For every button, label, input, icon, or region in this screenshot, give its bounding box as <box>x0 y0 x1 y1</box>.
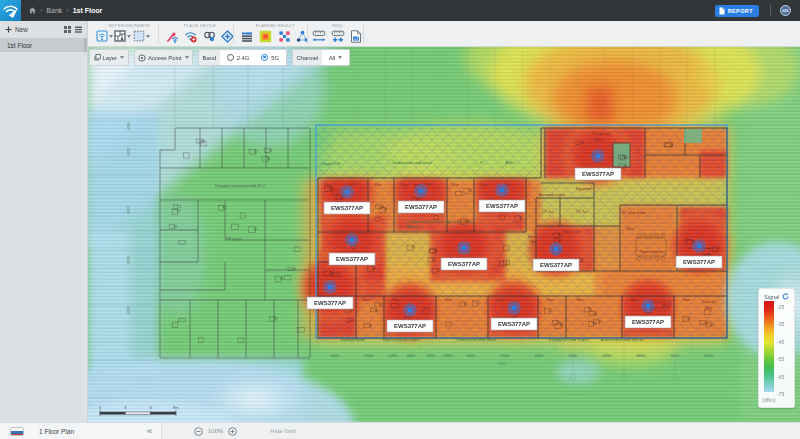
measure-icon[interactable] <box>310 30 329 43</box>
toolbar-separator <box>158 24 159 44</box>
band-label: Band <box>203 55 217 61</box>
svg-text:6000: 6000 <box>127 148 131 156</box>
svg-text:16м²: 16м² <box>362 298 371 302</box>
report-doc-icon <box>719 7 725 15</box>
result-list-icon[interactable] <box>238 31 257 43</box>
svg-text:Резервная: Резервная <box>592 132 611 136</box>
environment-icon[interactable] <box>95 30 114 42</box>
ap-group-icon[interactable] <box>200 30 219 43</box>
legend-tick: -45 <box>777 339 784 345</box>
channel-result-icon[interactable] <box>275 30 294 43</box>
svg-text:HR отдел: HR отдел <box>226 237 242 241</box>
auto-place-wand-icon[interactable] <box>163 30 182 43</box>
svg-text:Коммерческий блок: Коммерческий блок <box>392 160 431 165</box>
svg-text:280м2: 280м2 <box>406 224 419 229</box>
zoom-in-button[interactable] <box>228 427 237 436</box>
svg-text:Юридический отдел: Юридический отдел <box>549 337 590 342</box>
floorplan-icon[interactable] <box>114 30 133 42</box>
svg-text:2400: 2400 <box>389 353 399 358</box>
svg-text:16м²: 16м² <box>444 298 453 302</box>
svg-text:9m: 9m <box>173 405 179 410</box>
svg-text:6000: 6000 <box>535 353 545 358</box>
channel-select[interactable]: All <box>322 50 349 65</box>
svg-text:72000: 72000 <box>497 362 507 366</box>
report-button[interactable]: REPORT <box>715 5 759 17</box>
report-label: REPORT <box>728 8 753 14</box>
band-option-label: 2.4G <box>237 55 250 61</box>
list-view-icon[interactable] <box>75 26 82 33</box>
collapse-panel-button[interactable]: « <box>147 427 152 436</box>
svg-text:6000: 6000 <box>705 353 715 358</box>
map-filter-bar: Layer Access Point Band 2.4G5G Channel <box>89 49 350 66</box>
layer-group: Layer <box>89 49 129 66</box>
svg-text:18м²: 18м² <box>392 298 401 302</box>
layer-dropdown[interactable]: Layer <box>90 50 128 65</box>
language-flag-icon[interactable] <box>10 427 24 436</box>
legend-unit: (dBm) <box>762 397 776 403</box>
top-bar: › Bank › 1st Floor REPORT UU <box>0 0 800 21</box>
home-icon[interactable] <box>29 7 36 14</box>
svg-text:Отдел СБ: Отдел СБ <box>321 161 341 166</box>
zoom-controls: 100% <box>194 427 237 436</box>
channel-value: All <box>329 55 335 61</box>
sidebar-scrollbar[interactable] <box>84 38 87 52</box>
svg-text:4000: 4000 <box>127 122 131 130</box>
app-logo[interactable] <box>0 0 21 21</box>
heatmap-svg: Отдел СБКоммерческий блокITАХООткрытое р… <box>88 47 800 422</box>
calibrate-icon[interactable] <box>329 30 348 43</box>
toolbar-separator <box>307 24 308 44</box>
move-device-icon[interactable] <box>219 30 238 43</box>
statusbar-left: 1 Floor Plan « <box>0 423 162 439</box>
toolbar-group-place-device: PLACE DEVICE <box>163 21 237 47</box>
band-group: Band 2.4G5G <box>198 49 287 66</box>
hide-grid-toggle[interactable]: Hide Grid <box>270 428 295 434</box>
breadcrumb-floor: 1st Floor <box>73 7 103 14</box>
channel-caret-icon <box>338 56 342 59</box>
svg-text:Коммерческий блок: Коммерческий блок <box>456 337 495 342</box>
svg-text:16м²: 16м² <box>630 298 639 302</box>
wifi-planner-app: › Bank › 1st Floor REPORT UU SET ENVIRON… <box>0 0 800 439</box>
band-option-label: 5G <box>271 55 279 61</box>
new-label: New <box>15 26 28 33</box>
svg-text:ИТ блок 4,4м²: ИТ блок 4,4м² <box>622 211 647 215</box>
layer-caret-icon <box>120 56 124 59</box>
toolbar-separator <box>363 24 364 44</box>
heatmap-result-icon[interactable] <box>257 30 276 43</box>
svg-text:АХО: АХО <box>506 160 516 165</box>
band-options: 2.4G5G <box>220 50 286 65</box>
add-ap-icon[interactable] <box>182 30 201 43</box>
svg-text:11м²: 11м² <box>324 183 333 187</box>
ap-label: EWS377AP <box>540 262 572 268</box>
toolbar-group-label: PLACE DEVICE <box>181 23 219 28</box>
svg-text:Коридор эвакуационный (М-2: Коридор эвакуационный (М-2 <box>215 184 264 188</box>
ap-label: EWS377AP <box>331 205 363 211</box>
legend-tick: -75 <box>777 391 784 397</box>
ap-label: EWS377AP <box>448 261 480 267</box>
channel-label: Channel <box>297 55 319 61</box>
floor-plan-canvas[interactable]: Отдел СБКоммерческий блокITАХООткрытое р… <box>88 47 800 422</box>
new-floor-button[interactable]: New <box>5 26 28 33</box>
band-radio-2.4g[interactable] <box>227 54 234 61</box>
svg-text:Финансовый отдел: Финансовый отдел <box>382 337 420 342</box>
svg-text:Аналитический центр: Аналитический центр <box>600 337 644 342</box>
legend-refresh-icon[interactable] <box>782 293 789 300</box>
area-select-icon[interactable] <box>132 30 151 42</box>
svg-text:35м²: 35м² <box>626 227 635 231</box>
user-avatar[interactable]: UU <box>780 5 791 16</box>
band-radio-5g[interactable] <box>261 54 268 61</box>
zoom-out-button[interactable] <box>194 427 203 436</box>
breadcrumb: › Bank › 1st Floor <box>29 7 102 14</box>
svg-text:11м²: 11м² <box>480 183 489 187</box>
grid-view-icon[interactable] <box>64 26 71 33</box>
topbar-divider <box>770 5 771 16</box>
environment-caret-icon <box>109 35 113 38</box>
svg-text:14м²: 14м² <box>682 298 691 302</box>
access-point-caret-icon <box>185 56 189 59</box>
access-point-icon <box>138 54 146 62</box>
svg-text:6000: 6000 <box>127 306 131 314</box>
ap-label: EWS377AP <box>632 319 664 325</box>
sidebar-item-1st-floor[interactable]: 1st Floor <box>0 38 87 52</box>
toolbar-group-set-environment: SET ENVIRONMENT <box>95 21 151 47</box>
breadcrumb-project[interactable]: Bank <box>46 7 62 14</box>
access-point-dropdown[interactable]: Access Point <box>135 50 192 65</box>
